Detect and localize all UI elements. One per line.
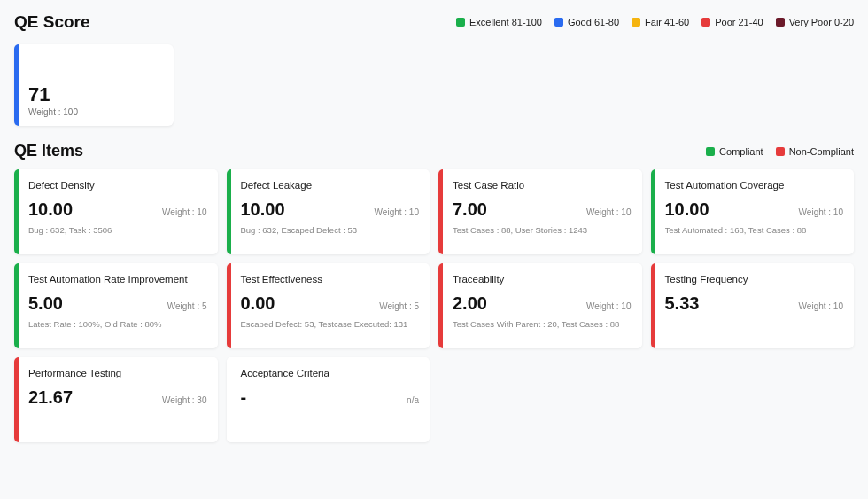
legend-swatch xyxy=(701,18,710,27)
legend-item: Excellent 81-100 xyxy=(456,17,542,27)
qe-item-card[interactable]: Defect Leakage 10.00 Weight : 10 Bug : 6… xyxy=(227,169,430,254)
item-footer: Test Cases With Parent : 20, Test Cases … xyxy=(453,319,632,329)
page-title: QE Score xyxy=(14,12,90,32)
legend-label: Very Poor 0-20 xyxy=(789,17,854,27)
item-mid: 10.00 Weight : 10 xyxy=(241,199,420,220)
item-mid: 10.00 Weight : 10 xyxy=(28,199,207,220)
item-mid: 2.00 Weight : 10 xyxy=(453,293,632,314)
item-value: 10.00 xyxy=(28,199,73,220)
item-title: Acceptance Criteria xyxy=(241,368,420,378)
legend-label: Fair 41-60 xyxy=(645,17,689,27)
legend-item: Poor 21-40 xyxy=(701,17,763,27)
item-weight: Weight : 10 xyxy=(586,301,631,311)
qe-items-grid: Defect Density 10.00 Weight : 10 Bug : 6… xyxy=(14,169,854,442)
items-title: QE Items xyxy=(14,142,83,160)
item-weight: Weight : 30 xyxy=(162,395,206,405)
item-stripe xyxy=(227,263,231,348)
legend-swatch xyxy=(554,18,563,27)
item-value: 7.00 xyxy=(453,199,487,220)
legend-item: Compliant xyxy=(706,146,763,157)
legend-swatch xyxy=(706,147,715,156)
item-mid: 7.00 Weight : 10 xyxy=(453,199,632,220)
item-mid: 0.00 Weight : 5 xyxy=(241,293,420,314)
qe-item-card[interactable]: Performance Testing 21.67 Weight : 30 xyxy=(14,357,218,442)
item-stripe xyxy=(438,169,443,254)
item-weight: Weight : 5 xyxy=(167,301,207,311)
item-value: - xyxy=(241,387,247,408)
items-legend: Compliant Non-Compliant xyxy=(706,146,854,157)
item-title: Defect Leakage xyxy=(241,180,420,191)
item-stripe xyxy=(651,169,655,254)
qe-item-card[interactable]: Test Case Ratio 7.00 Weight : 10 Test Ca… xyxy=(438,169,642,254)
item-title: Testing Frequency xyxy=(665,274,844,285)
item-footer: Bug : 632, Task : 3506 xyxy=(28,225,207,235)
legend-item: Fair 41-60 xyxy=(632,17,689,27)
item-stripe xyxy=(227,357,231,442)
item-title: Test Effectiveness xyxy=(241,274,420,285)
item-mid: 5.00 Weight : 5 xyxy=(28,293,207,314)
item-stripe xyxy=(651,263,655,348)
legend-item: Very Poor 0-20 xyxy=(776,17,854,27)
legend-label: Poor 21-40 xyxy=(715,17,763,27)
legend-swatch xyxy=(632,18,640,27)
score-stripe xyxy=(14,44,19,126)
item-title: Performance Testing xyxy=(28,368,207,378)
item-stripe xyxy=(438,263,443,348)
item-value: 5.33 xyxy=(665,293,700,314)
item-footer: Escaped Defect: 53, Testcase Executed: 1… xyxy=(241,319,420,329)
legend-swatch xyxy=(776,147,785,156)
item-weight: Weight : 10 xyxy=(162,207,206,217)
qe-items-header: QE Items Compliant Non-Compliant xyxy=(14,142,854,160)
item-mid: - n/a xyxy=(241,387,420,408)
item-mid: 21.67 Weight : 30 xyxy=(28,387,207,408)
item-stripe xyxy=(14,357,19,442)
item-value: 5.00 xyxy=(28,293,63,314)
item-stripe xyxy=(14,169,19,254)
item-footer: Test Automated : 168, Test Cases : 88 xyxy=(665,225,844,235)
item-value: 2.00 xyxy=(453,293,487,314)
score-weight: Weight : 100 xyxy=(28,107,163,117)
item-footer: Test Cases : 88, User Stories : 1243 xyxy=(453,225,632,235)
qe-item-card[interactable]: Test Automation Coverage 10.00 Weight : … xyxy=(651,169,855,254)
item-title: Traceability xyxy=(453,274,632,285)
qe-item-card[interactable]: Testing Frequency 5.33 Weight : 10 xyxy=(651,263,855,348)
legend-swatch xyxy=(456,18,465,27)
item-value: 10.00 xyxy=(241,199,285,220)
item-footer: Latest Rate : 100%, Old Rate : 80% xyxy=(28,319,207,329)
qe-item-card[interactable]: Acceptance Criteria - n/a xyxy=(227,357,430,442)
item-weight: n/a xyxy=(407,395,419,405)
item-weight: Weight : 10 xyxy=(799,301,843,311)
item-mid: 5.33 Weight : 10 xyxy=(665,293,844,314)
item-value: 10.00 xyxy=(665,199,709,220)
qe-score-card[interactable]: 71 Weight : 100 xyxy=(14,44,174,126)
legend-label: Non-Compliant xyxy=(789,146,854,157)
item-weight: Weight : 10 xyxy=(375,207,419,217)
item-title: Test Case Ratio xyxy=(453,180,632,191)
qe-score-header: QE Score Excellent 81-100 Good 61-80 Fai… xyxy=(14,12,854,32)
item-title: Test Automation Coverage xyxy=(665,180,844,191)
item-weight: Weight : 10 xyxy=(586,207,631,217)
legend-label: Compliant xyxy=(719,146,763,157)
score-value: 71 xyxy=(28,84,163,105)
qe-item-card[interactable]: Traceability 2.00 Weight : 10 Test Cases… xyxy=(438,263,642,348)
qe-item-card[interactable]: Defect Density 10.00 Weight : 10 Bug : 6… xyxy=(14,169,218,254)
item-mid: 10.00 Weight : 10 xyxy=(665,199,844,220)
item-value: 0.00 xyxy=(241,293,275,314)
qe-item-card[interactable]: Test Automation Rate Improvement 5.00 We… xyxy=(14,263,218,348)
item-title: Defect Density xyxy=(28,180,207,191)
legend-label: Good 61-80 xyxy=(568,17,619,27)
legend-item: Good 61-80 xyxy=(554,17,619,27)
legend-swatch xyxy=(776,18,785,27)
item-value: 21.67 xyxy=(28,387,73,408)
legend-label: Excellent 81-100 xyxy=(469,17,542,27)
item-stripe xyxy=(227,169,231,254)
item-weight: Weight : 5 xyxy=(379,301,419,311)
item-title: Test Automation Rate Improvement xyxy=(28,274,207,285)
score-legend: Excellent 81-100 Good 61-80 Fair 41-60 P… xyxy=(456,17,854,27)
item-weight: Weight : 10 xyxy=(799,207,843,217)
item-footer: Bug : 632, Escaped Defect : 53 xyxy=(241,225,420,235)
qe-item-card[interactable]: Test Effectiveness 0.00 Weight : 5 Escap… xyxy=(227,263,430,348)
item-stripe xyxy=(14,263,19,348)
legend-item: Non-Compliant xyxy=(776,146,854,157)
